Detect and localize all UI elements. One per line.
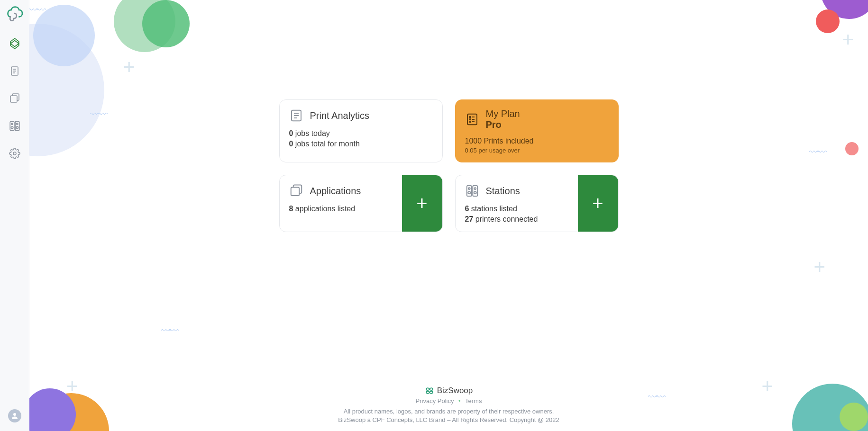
jobs-today-label: jobs today [295, 129, 330, 137]
card-stats: 0 jobs today 0 jobs total for month [289, 128, 433, 149]
svg-point-18 [469, 117, 471, 118]
app-logo[interactable] [3, 3, 26, 26]
brand-icon [425, 386, 434, 395]
svg-point-8 [11, 126, 13, 128]
stations-count: 6 [465, 205, 469, 213]
card-stats: 6 stations listed 27 printers connected [465, 204, 571, 224]
stations-card-icon [465, 184, 479, 198]
svg-point-30 [474, 191, 476, 194]
card-stations[interactable]: Stations 6 stations listed 27 printers c… [455, 175, 619, 232]
jobs-today-count: 0 [289, 129, 293, 137]
jobs-month-label: jobs total for month [295, 140, 360, 148]
sidebar-nav [5, 34, 24, 163]
stations-icon [9, 120, 21, 132]
user-avatar[interactable] [8, 409, 21, 422]
svg-point-12 [13, 413, 16, 416]
footer-links: Privacy Policy • Terms [29, 397, 868, 404]
analytics-icon [289, 108, 303, 123]
dashboard-grid: Print Analytics 0 jobs today 0 jobs tota… [279, 99, 619, 232]
svg-point-27 [468, 188, 470, 189]
card-stats: 8 applications listed [289, 204, 395, 214]
plan-icon [465, 112, 479, 126]
applications-card-icon [289, 184, 303, 198]
privacy-policy-link[interactable]: Privacy Policy [416, 397, 454, 404]
gear-icon [9, 148, 20, 159]
plan-included: 1000 Prints included [465, 136, 609, 146]
svg-rect-4 [10, 96, 17, 102]
card-applications[interactable]: Applications 8 applications listed + [279, 175, 443, 232]
card-title: My Plan Pro [486, 108, 520, 130]
svg-rect-6 [15, 121, 19, 131]
svg-rect-25 [466, 186, 471, 197]
sidebar [0, 0, 29, 431]
jobs-month-count: 0 [289, 140, 293, 148]
svg-point-11 [13, 152, 16, 155]
plan-title: My Plan [486, 108, 520, 119]
svg-point-10 [16, 126, 18, 128]
add-station-button[interactable]: + [578, 175, 618, 232]
sidebar-item-documents[interactable] [5, 62, 24, 81]
card-print-analytics[interactable]: Print Analytics 0 jobs today 0 jobs tota… [279, 99, 443, 162]
separator-dot: • [456, 397, 464, 404]
sidebar-item-dashboard[interactable] [5, 34, 24, 53]
legal-line-2: BizSwoop a CPF Concepts, LLC Brand – All… [29, 416, 868, 424]
svg-point-9 [16, 123, 18, 125]
card-my-plan[interactable]: My Plan Pro 1000 Prints included 0.05 pe… [455, 99, 619, 162]
svg-rect-5 [10, 121, 14, 131]
footer-brand: BizSwoop [29, 386, 868, 395]
stations-count-label: stations listed [471, 205, 517, 213]
applications-count-label: applications listed [295, 205, 355, 213]
applications-icon [9, 93, 20, 104]
svg-rect-26 [473, 186, 477, 197]
svg-point-29 [474, 188, 476, 189]
applications-count: 8 [289, 205, 293, 213]
footer: BizSwoop Privacy Policy • Terms All prod… [29, 386, 868, 424]
legal-line-1: All product names, logos, and brands are… [29, 407, 868, 416]
svg-point-20 [469, 119, 471, 120]
document-icon [9, 65, 20, 77]
terms-link[interactable]: Terms [465, 397, 482, 404]
plan-overage: 0.05 per usage over [465, 146, 609, 155]
footer-legal: All product names, logos, and brands are… [29, 407, 868, 424]
plus-icon: + [416, 193, 427, 214]
plus-icon: + [592, 193, 603, 214]
sidebar-item-stations[interactable] [5, 117, 24, 135]
sidebar-item-applications[interactable] [5, 89, 24, 108]
main-content: Print Analytics 0 jobs today 0 jobs tota… [29, 0, 868, 431]
printers-count: 27 [465, 215, 474, 223]
plan-name: Pro [486, 119, 520, 130]
printers-count-label: printers connected [475, 215, 538, 223]
svg-point-7 [11, 123, 12, 125]
dashboard-icon [9, 37, 21, 50]
sidebar-item-settings[interactable] [5, 144, 24, 163]
add-application-button[interactable]: + [402, 175, 442, 232]
user-icon [10, 412, 19, 420]
footer-brand-name: BizSwoop [437, 386, 473, 395]
card-stats: 1000 Prints included 0.05 per usage over [465, 136, 609, 154]
svg-point-28 [468, 191, 470, 194]
svg-rect-24 [291, 188, 299, 196]
card-title: Applications [310, 186, 361, 197]
card-title: Print Analytics [310, 110, 370, 121]
card-title: Stations [486, 186, 520, 197]
svg-point-22 [469, 121, 471, 123]
